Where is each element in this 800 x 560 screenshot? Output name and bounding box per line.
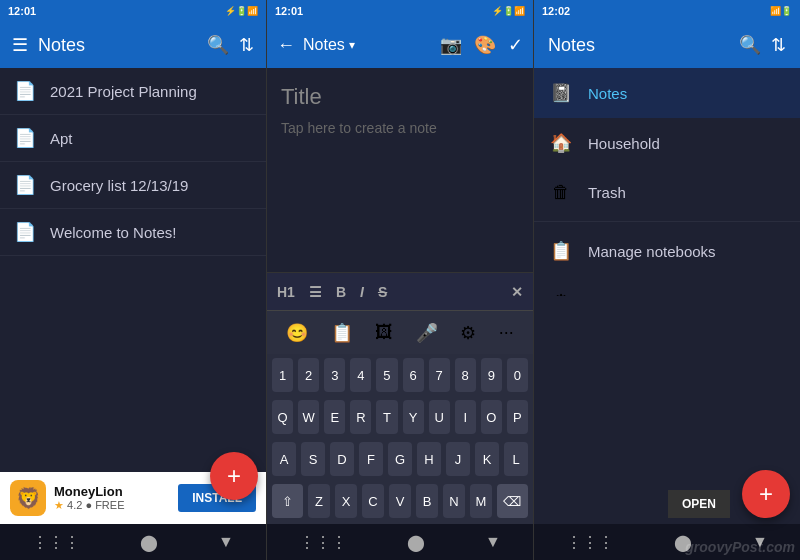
key-a[interactable]: A bbox=[272, 442, 296, 476]
note-text-1: Apt bbox=[50, 130, 73, 147]
key-e[interactable]: E bbox=[324, 400, 345, 434]
list-button[interactable]: ☰ bbox=[309, 284, 322, 300]
key-n[interactable]: N bbox=[443, 484, 465, 518]
nav-back-1[interactable]: ▼ bbox=[218, 533, 234, 551]
key-9[interactable]: 9 bbox=[481, 358, 502, 392]
nav-menu-1[interactable]: ⋮⋮⋮ bbox=[32, 533, 80, 552]
key-l[interactable]: L bbox=[504, 442, 528, 476]
key-4[interactable]: 4 bbox=[350, 358, 371, 392]
camera-icon[interactable]: 📷 bbox=[440, 34, 462, 56]
menu-item-notes[interactable]: 📓 Notes bbox=[534, 68, 800, 118]
key-w[interactable]: W bbox=[298, 400, 319, 434]
status-bar-3: 12:02 📶🔋 bbox=[534, 0, 800, 22]
time-2: 12:01 bbox=[275, 5, 303, 17]
ad-logo: 🦁 bbox=[10, 480, 46, 516]
note-item-3[interactable]: 📄 Welcome to Notes! bbox=[0, 209, 266, 256]
menu-icon[interactable]: ☰ bbox=[12, 34, 28, 56]
more-icon[interactable]: ··· bbox=[499, 322, 514, 343]
note-text-2: Grocery list 12/13/19 bbox=[50, 177, 188, 194]
note-title-field[interactable]: Title bbox=[281, 84, 519, 110]
key-k[interactable]: K bbox=[475, 442, 499, 476]
status-icons-2: ⚡🔋📶 bbox=[492, 6, 525, 16]
notes-list-panel: 12:01 ⚡🔋📶 ☰ Notes 🔍 ⇅ 📄 2021 Project Pla… bbox=[0, 0, 267, 560]
key-0[interactable]: 0 bbox=[507, 358, 528, 392]
key-g[interactable]: G bbox=[388, 442, 412, 476]
shift-key[interactable]: ⇧ bbox=[272, 484, 303, 518]
household-menu-icon: 🏠 bbox=[550, 132, 572, 154]
h1-button[interactable]: H1 bbox=[277, 284, 295, 300]
strike-button[interactable]: S bbox=[378, 284, 387, 300]
note-item-2[interactable]: 📄 Grocery list 12/13/19 bbox=[0, 162, 266, 209]
ad-info: MoneyLion ★ 4.2 ● FREE bbox=[54, 484, 170, 512]
nav-menu-3[interactable]: ⋮⋮⋮ bbox=[566, 533, 614, 552]
editor-notes-label: Notes bbox=[303, 36, 345, 54]
key-5[interactable]: 5 bbox=[376, 358, 397, 392]
key-3[interactable]: 3 bbox=[324, 358, 345, 392]
menu-item-household[interactable]: 🏠 Household bbox=[534, 118, 800, 168]
menu-item-trash[interactable]: 🗑 Trash bbox=[534, 168, 800, 217]
search-icon[interactable]: 🔍 bbox=[207, 34, 229, 56]
image-icon[interactable]: 🖼 bbox=[375, 322, 393, 343]
key-6[interactable]: 6 bbox=[403, 358, 424, 392]
note-item-0[interactable]: 📄 2021 Project Planning bbox=[0, 68, 266, 115]
settings-icon[interactable]: ⚙ bbox=[460, 322, 476, 344]
key-y[interactable]: Y bbox=[403, 400, 424, 434]
key-7[interactable]: 7 bbox=[429, 358, 450, 392]
format-close-button[interactable]: ✕ bbox=[511, 284, 523, 300]
check-icon[interactable]: ✓ bbox=[508, 34, 523, 56]
key-x[interactable]: X bbox=[335, 484, 357, 518]
editor-area[interactable]: Title Tap here to create a note bbox=[267, 68, 533, 272]
key-i[interactable]: I bbox=[455, 400, 476, 434]
bold-button[interactable]: B bbox=[336, 284, 346, 300]
status-bar-1: 12:01 ⚡🔋📶 bbox=[0, 0, 266, 22]
key-q[interactable]: Q bbox=[272, 400, 293, 434]
p3-title: Notes bbox=[548, 35, 729, 56]
clipboard-icon[interactable]: 📋 bbox=[331, 322, 353, 344]
note-item-1[interactable]: 📄 Apt bbox=[0, 115, 266, 162]
keyboard-area: 1 2 3 4 5 6 7 8 9 0 Q W E R T Y U I O bbox=[267, 354, 533, 524]
italic-button[interactable]: I bbox=[360, 284, 364, 300]
key-v[interactable]: V bbox=[389, 484, 411, 518]
nav-home-1[interactable]: ⬤ bbox=[140, 533, 158, 552]
note-content-field[interactable]: Tap here to create a note bbox=[281, 120, 519, 136]
fab-3[interactable]: + bbox=[742, 470, 790, 518]
mic-icon[interactable]: 🎤 bbox=[416, 322, 438, 344]
key-j[interactable]: J bbox=[446, 442, 470, 476]
nav-menu-2[interactable]: ⋮⋮⋮ bbox=[299, 533, 347, 552]
key-t[interactable]: T bbox=[376, 400, 397, 434]
sort-icon-3[interactable]: ⇅ bbox=[771, 34, 786, 56]
search-icon-3[interactable]: 🔍 bbox=[739, 34, 761, 56]
key-f[interactable]: F bbox=[359, 442, 383, 476]
toolbar-title-1: Notes bbox=[38, 35, 197, 56]
key-o[interactable]: O bbox=[481, 400, 502, 434]
key-d[interactable]: D bbox=[330, 442, 354, 476]
status-icons-3: 📶🔋 bbox=[770, 6, 792, 16]
key-1[interactable]: 1 bbox=[272, 358, 293, 392]
key-s[interactable]: S bbox=[301, 442, 325, 476]
backspace-key[interactable]: ⌫ bbox=[497, 484, 528, 518]
key-2[interactable]: 2 bbox=[298, 358, 319, 392]
nav-back-2[interactable]: ▼ bbox=[485, 533, 501, 551]
key-p[interactable]: P bbox=[507, 400, 528, 434]
key-h[interactable]: H bbox=[417, 442, 441, 476]
back-icon[interactable]: ← bbox=[277, 35, 295, 56]
dropdown-icon[interactable]: ▾ bbox=[349, 38, 355, 52]
fab-1[interactable]: + bbox=[210, 452, 258, 500]
emoji-icon[interactable]: 😊 bbox=[286, 322, 308, 344]
format-bar: H1 ☰ B I S ✕ bbox=[267, 272, 533, 310]
kb-row-q: Q W E R T Y U I O P bbox=[267, 396, 533, 438]
sort-icon[interactable]: ⇅ bbox=[239, 34, 254, 56]
menu-item-manage[interactable]: 📋 Manage notebooks bbox=[534, 226, 800, 276]
open-button[interactable]: OPEN bbox=[668, 490, 730, 518]
menu-item-settings[interactable]: ⚙ Settings bbox=[534, 276, 800, 296]
key-u[interactable]: U bbox=[429, 400, 450, 434]
kb-row-numbers: 1 2 3 4 5 6 7 8 9 0 bbox=[267, 354, 533, 396]
key-8[interactable]: 8 bbox=[455, 358, 476, 392]
key-r[interactable]: R bbox=[350, 400, 371, 434]
nav-home-2[interactable]: ⬤ bbox=[407, 533, 425, 552]
key-m[interactable]: M bbox=[470, 484, 492, 518]
palette-icon[interactable]: 🎨 bbox=[474, 34, 496, 56]
key-b[interactable]: B bbox=[416, 484, 438, 518]
key-z[interactable]: Z bbox=[308, 484, 330, 518]
key-c[interactable]: C bbox=[362, 484, 384, 518]
